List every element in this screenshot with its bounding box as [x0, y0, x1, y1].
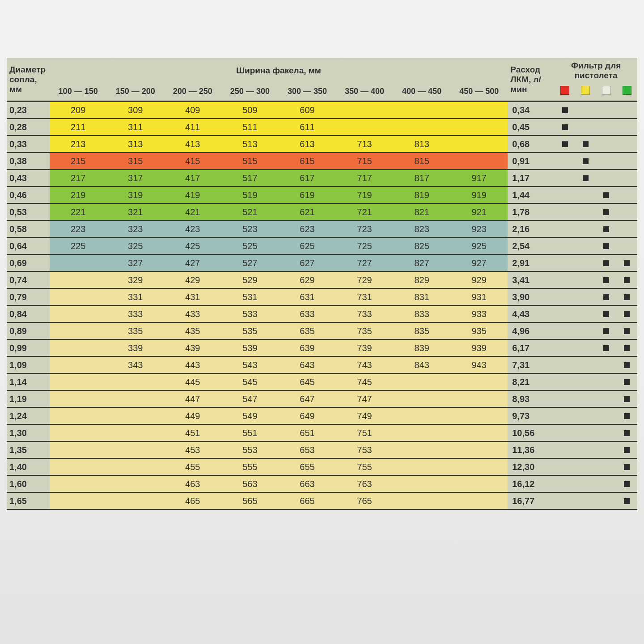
cell-filter-white [596, 220, 617, 237]
cell-filter-green [617, 288, 637, 305]
cell-value [393, 458, 450, 475]
cell-diameter: 0,28 [7, 119, 50, 136]
cell-value [450, 102, 508, 119]
cell-value: 717 [336, 169, 393, 186]
cell-value: 827 [393, 254, 450, 271]
cell-diameter: 1,09 [7, 356, 50, 373]
cell-value: 843 [393, 356, 450, 373]
table-row: 0,993394395396397398399396,17 [7, 339, 637, 356]
cell-value: 663 [279, 475, 336, 492]
cell-filter-red [555, 373, 575, 390]
cell-flow: 2,16 [508, 220, 555, 237]
cell-filter-yellow [575, 271, 596, 288]
table-row: 1,093434435436437438439437,31 [7, 356, 637, 373]
cell-filter-green [617, 254, 637, 271]
cell-value [336, 102, 393, 119]
cell-value: 433 [164, 305, 221, 322]
cell-filter-yellow [575, 254, 596, 271]
cell-value [450, 119, 508, 136]
cell-value: 551 [221, 424, 279, 441]
cell-value [107, 373, 164, 390]
cell-filter-white [596, 322, 617, 339]
cell-value: 443 [164, 356, 221, 373]
filter-swatch-white [596, 83, 617, 102]
cell-filter-red [555, 441, 575, 458]
cell-value: 217 [50, 169, 107, 186]
cell-filter-green [617, 102, 637, 119]
cell-value: 325 [107, 237, 164, 254]
cell-value [393, 373, 450, 390]
table-row: 0,693274275276277278279272,91 [7, 254, 637, 271]
header-range-5: 350 — 400 [336, 83, 393, 102]
cell-diameter: 1,35 [7, 441, 50, 458]
cell-value: 749 [336, 407, 393, 424]
cell-value: 635 [279, 322, 336, 339]
cell-value: 921 [450, 203, 508, 220]
cell-value: 435 [164, 322, 221, 339]
cell-value: 927 [450, 254, 508, 271]
cell-value: 509 [221, 102, 279, 119]
cell-filter-yellow [575, 475, 596, 492]
cell-value [450, 153, 508, 169]
cell-value [393, 475, 450, 492]
cell-value: 523 [221, 220, 279, 237]
cell-value [450, 136, 508, 153]
cell-filter-white [596, 271, 617, 288]
cell-value [107, 424, 164, 441]
cell-value: 623 [279, 220, 336, 237]
cell-value: 739 [336, 339, 393, 356]
cell-value: 213 [50, 136, 107, 153]
cell-filter-yellow [575, 407, 596, 424]
cell-value: 835 [393, 322, 450, 339]
table-row: 1,6046356366376316,12 [7, 475, 637, 492]
cell-filter-green [617, 305, 637, 322]
cell-value: 331 [107, 288, 164, 305]
cell-diameter: 0,89 [7, 322, 50, 339]
header-range-6: 400 — 450 [393, 83, 450, 102]
cell-value [50, 458, 107, 475]
table-row: 1,4045555565575512,30 [7, 458, 637, 475]
cell-value: 617 [279, 169, 336, 186]
cell-value: 409 [164, 102, 221, 119]
cell-filter-red [555, 458, 575, 475]
cell-value: 731 [336, 288, 393, 305]
cell-filter-yellow [575, 305, 596, 322]
table-row: 1,3545355365375311,36 [7, 441, 637, 458]
cell-value [450, 492, 508, 509]
cell-diameter: 1,30 [7, 424, 50, 441]
cell-value: 215 [50, 153, 107, 169]
cell-value: 343 [107, 356, 164, 373]
header-fan-width: Ширина факела, мм [50, 58, 508, 83]
cell-value: 221 [50, 203, 107, 220]
cell-value: 651 [279, 424, 336, 441]
table-row: 0,462193194195196197198199191,44 [7, 186, 637, 203]
table-row: 1,144455456457458,21 [7, 373, 637, 390]
cell-filter-green [617, 203, 637, 220]
cell-value: 565 [221, 492, 279, 509]
nozzle-table: Диаметр сопла, мм Ширина факела, мм Расх… [7, 58, 637, 510]
header-flow: Расход ЛКМ, л/мин [508, 58, 555, 102]
cell-flow: 11,36 [508, 441, 555, 458]
cell-value: 209 [50, 102, 107, 119]
cell-flow: 0,68 [508, 136, 555, 153]
cell-value: 819 [393, 186, 450, 203]
cell-diameter: 0,58 [7, 220, 50, 237]
cell-value [50, 441, 107, 458]
table-row: 0,843334335336337338339334,43 [7, 305, 637, 322]
cell-value: 219 [50, 186, 107, 203]
cell-filter-green [617, 136, 637, 153]
cell-filter-yellow [575, 441, 596, 458]
cell-value: 211 [50, 119, 107, 136]
cell-filter-white [596, 136, 617, 153]
cell-filter-white [596, 475, 617, 492]
cell-value: 335 [107, 322, 164, 339]
cell-value: 519 [221, 186, 279, 203]
cell-value: 627 [279, 254, 336, 271]
cell-filter-yellow [575, 288, 596, 305]
cell-filter-white [596, 424, 617, 441]
cell-value: 539 [221, 339, 279, 356]
cell-value: 939 [450, 339, 508, 356]
cell-filter-green [617, 169, 637, 186]
cell-filter-white [596, 492, 617, 509]
cell-value: 625 [279, 237, 336, 254]
